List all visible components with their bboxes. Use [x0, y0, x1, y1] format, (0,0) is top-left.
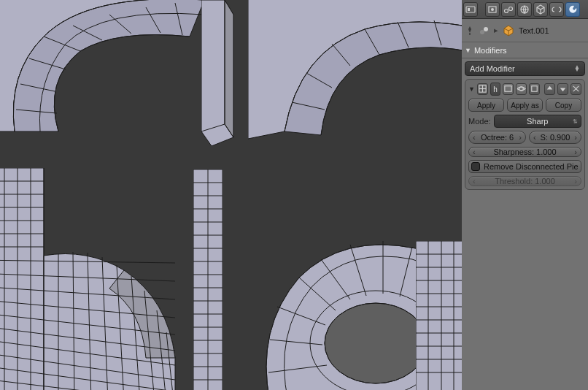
disclosure-triangle-icon: ▼	[465, 47, 471, 54]
scene-path-icon[interactable]	[479, 26, 490, 36]
svg-rect-98	[468, 8, 470, 11]
svg-rect-20	[0, 168, 44, 390]
datablock-path-row: ▸ Text.001	[462, 19, 588, 42]
expand-icon[interactable]: ▼	[468, 85, 475, 93]
svg-point-106	[484, 27, 488, 31]
mode-value: Sharp	[527, 117, 548, 126]
svg-rect-97	[466, 7, 475, 12]
mode-enum[interactable]: Sharp	[494, 115, 581, 128]
pin-icon[interactable]	[465, 26, 475, 36]
mode-label: Mode:	[468, 117, 491, 126]
3d-viewport[interactable]	[0, 0, 462, 390]
remove-disconnected-label: Remove Disconnected Pie	[484, 162, 579, 171]
modifier-name-field[interactable]: h	[490, 83, 500, 96]
delete-modifier-icon[interactable]	[570, 83, 581, 95]
svg-point-105	[480, 30, 484, 34]
svg-rect-83	[416, 241, 462, 390]
show-viewport-icon[interactable]	[516, 83, 527, 95]
svg-rect-112	[532, 86, 537, 91]
move-up-icon[interactable]	[544, 83, 555, 95]
move-down-icon[interactable]	[557, 83, 568, 95]
add-modifier-dropdown[interactable]: Add Modifier ▲▼	[465, 61, 585, 76]
svg-point-100	[491, 8, 494, 11]
svg-point-69	[325, 303, 427, 383]
context-object-icon[interactable]	[533, 2, 548, 17]
modifiers-panel-body: Add Modifier ▲▼ ▼ h Apply Apply as	[462, 58, 588, 193]
remove-disconnected-checkbox[interactable]: Remove Disconnected Pie	[468, 160, 581, 173]
octree-depth-field[interactable]: Octree: 6	[468, 131, 526, 144]
context-world-icon[interactable]	[517, 2, 532, 17]
threshold-field[interactable]: Threshold: 1.000	[468, 176, 581, 186]
apply-as-button[interactable]: Apply as	[507, 99, 543, 112]
properties-editor: ▸ Text.001 ▼ Modifiers Add Modifier ▲▼ ▼…	[462, 0, 588, 390]
svg-rect-110	[505, 86, 511, 91]
object-name[interactable]: Text.001	[519, 26, 549, 35]
modifier-header: ▼ h	[468, 83, 581, 96]
show-editmode-icon[interactable]	[529, 83, 540, 95]
mesh-data-icon	[503, 25, 514, 37]
svg-point-102	[509, 7, 513, 10]
show-render-icon[interactable]	[503, 83, 514, 95]
checkbox-icon	[471, 162, 480, 171]
add-modifier-label: Add Modifier	[470, 64, 515, 73]
modifier-type-icon	[477, 83, 488, 95]
svg-marker-9	[225, 0, 233, 137]
modifiers-panel-header[interactable]: ▼ Modifiers	[462, 42, 588, 58]
sharpness-field[interactable]: Sharpness: 1.000	[468, 147, 581, 157]
apply-button[interactable]: Apply	[468, 99, 504, 112]
scale-field[interactable]: S: 0.900	[529, 131, 581, 144]
chevron-right-icon: ▸	[494, 26, 498, 35]
copy-button[interactable]: Copy	[546, 99, 581, 112]
context-constraints-icon[interactable]	[549, 2, 564, 17]
properties-header	[462, 0, 588, 19]
updown-icon: ▲▼	[574, 66, 580, 72]
panel-title: Modifiers	[474, 46, 507, 55]
context-render-icon[interactable]	[485, 2, 500, 17]
editor-type-icon[interactable]	[463, 2, 478, 17]
modifier-remesh: ▼ h Apply Apply as Copy Mode:	[465, 79, 585, 190]
svg-point-101	[505, 9, 508, 12]
context-modifiers-icon[interactable]	[565, 2, 580, 17]
context-scene-icon[interactable]	[501, 2, 516, 17]
